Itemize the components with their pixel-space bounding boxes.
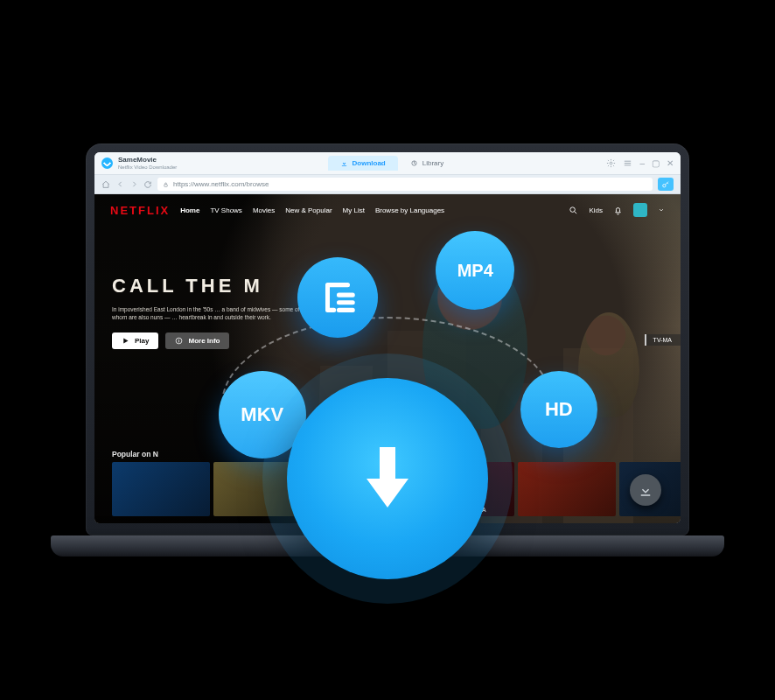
info-icon <box>175 337 183 345</box>
avatar[interactable] <box>633 203 647 217</box>
nav-item-tvshows[interactable]: TV Shows <box>210 206 241 214</box>
nav-item-movies[interactable]: Movies <box>253 206 275 214</box>
tab-download[interactable]: Download <box>328 156 398 171</box>
netflix-logo[interactable]: NETFLIX <box>110 204 170 217</box>
bubble-hd-label: HD <box>545 398 573 421</box>
row-label: Popular on N <box>112 450 158 458</box>
svg-rect-2 <box>164 184 168 186</box>
app-tabs: Download Library <box>328 156 457 171</box>
more-info-label: More Info <box>188 337 220 345</box>
download-fab[interactable] <box>630 474 661 506</box>
bubble-hd: HD <box>520 371 597 448</box>
tab-download-label: Download <box>353 159 386 167</box>
nav-back-button[interactable] <box>115 180 124 189</box>
chevron-down-icon[interactable] <box>658 206 665 214</box>
search-icon[interactable] <box>569 206 578 215</box>
window-minimize-button[interactable]: – <box>639 159 645 168</box>
gear-icon[interactable] <box>606 158 616 168</box>
nav-item-home[interactable]: Home <box>180 206 199 214</box>
bubble-mp4: MP4 <box>436 231 514 310</box>
download-icon <box>340 159 348 167</box>
download-arrow-icon <box>638 482 653 498</box>
window-controls: – ▢ ✕ <box>606 158 674 168</box>
hero-description: In impoverished East London in the '50s … <box>112 306 313 322</box>
subtitle-icon <box>318 277 358 318</box>
big-download-badge <box>287 378 488 579</box>
hero-title: CALL THE M <box>112 275 313 298</box>
window-close-button[interactable]: ✕ <box>667 159 674 168</box>
svg-point-1 <box>611 162 613 164</box>
netflix-nav: Home TV Shows Movies New & Popular My Li… <box>180 206 444 214</box>
nav-item-languages[interactable]: Browse by Languages <box>375 206 444 214</box>
bubble-mp4-label: MP4 <box>457 261 493 281</box>
nav-item-newpopular[interactable]: New & Popular <box>285 206 332 214</box>
more-info-button[interactable]: More Info <box>165 332 229 349</box>
nav-forward-button[interactable] <box>129 180 138 189</box>
key-icon <box>661 180 670 189</box>
bubble-subtitle <box>297 257 378 338</box>
big-download-icon <box>346 437 429 521</box>
address-bar: https://www.netflix.com/browse <box>94 175 681 194</box>
rating-badge: TV-MA <box>645 334 681 346</box>
menu-icon[interactable] <box>623 158 632 168</box>
thumbnail[interactable] <box>112 462 210 516</box>
play-icon <box>122 337 129 345</box>
bell-icon[interactable] <box>613 206 623 215</box>
kids-link[interactable]: Kids <box>589 206 603 214</box>
window-maximize-button[interactable]: ▢ <box>652 159 660 168</box>
app-name: SameMovie <box>118 157 177 164</box>
tab-library[interactable]: Library <box>398 156 456 171</box>
play-button-label: Play <box>135 337 149 345</box>
hero-text: CALL THE M In impoverished East London i… <box>112 275 313 349</box>
svg-point-4 <box>570 206 576 212</box>
bubble-mkv-label: MKV <box>241 403 283 426</box>
home-button[interactable] <box>101 180 110 189</box>
app-meta: SameMovie Netflix Video Downloader <box>118 157 177 170</box>
nav-item-mylist[interactable]: My List <box>343 206 365 214</box>
thumbnail[interactable] <box>518 462 616 516</box>
app-subtitle: Netflix Video Downloader <box>118 164 177 170</box>
lock-icon <box>163 181 169 188</box>
url-field[interactable]: https://www.netflix.com/browse <box>157 178 653 191</box>
nav-reload-button[interactable] <box>143 180 152 189</box>
app-logo-icon <box>101 158 113 169</box>
key-button[interactable] <box>658 178 674 191</box>
url-text: https://www.netflix.com/browse <box>173 180 269 188</box>
tab-library-label: Library <box>422 159 443 167</box>
netflix-topbar: NETFLIX Home TV Shows Movies New & Popul… <box>94 194 681 226</box>
library-icon <box>410 159 418 167</box>
play-button[interactable]: Play <box>112 332 158 349</box>
svg-point-3 <box>663 184 666 186</box>
app-titlebar: SameMovie Netflix Video Downloader Downl… <box>94 152 681 175</box>
